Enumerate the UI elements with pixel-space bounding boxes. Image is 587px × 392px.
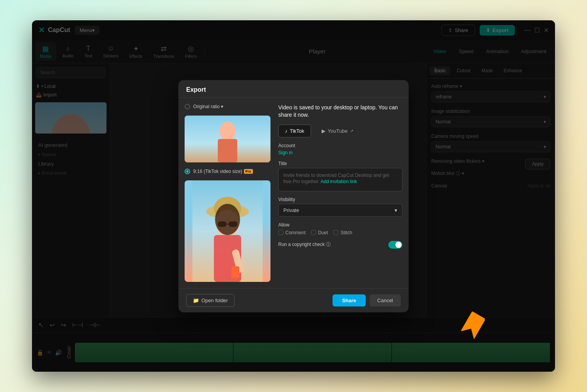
pro-badge: Pro: [244, 169, 253, 174]
checkbox-comment[interactable]: Comment: [278, 230, 306, 235]
cursor-svg: [461, 312, 485, 339]
saved-message: Video is saved to your desktop or laptop…: [278, 104, 402, 119]
copyright-row: Run a copyright check ⓘ: [278, 241, 402, 249]
svg-marker-17: [461, 312, 485, 339]
modal-body: Original ratio ▾: [178, 98, 409, 288]
add-invitation-link[interactable]: Add invitation link: [320, 179, 357, 184]
visibility-chevron-icon: ▾: [395, 207, 397, 213]
account-field-group: Account Sign in: [278, 143, 402, 155]
ratio-radio-original[interactable]: [185, 104, 190, 109]
modal-title: Export: [186, 86, 206, 93]
platform-tab-tiktok[interactable]: ♪ TikTok: [278, 125, 311, 137]
duet-checkbox[interactable]: [311, 230, 316, 235]
modal-left: Original ratio ▾: [185, 104, 270, 282]
copyright-label: Run a copyright check ⓘ: [278, 241, 331, 248]
svg-point-3: [220, 121, 235, 141]
tiktok-icon: ♪: [285, 128, 288, 134]
preview-landscape: [185, 116, 270, 162]
svg-rect-4: [218, 139, 237, 162]
platform-tab-youtube[interactable]: ▶ YouTube ↗: [315, 125, 360, 137]
stitch-checkbox[interactable]: [333, 230, 338, 235]
external-link-icon: ↗: [350, 129, 353, 133]
modal-header: Export: [178, 80, 409, 98]
allow-section: Allow Comment Duet: [278, 222, 402, 235]
modal-footer: 📁 Open folder Share Cancel: [178, 288, 409, 312]
ratio-radio-916[interactable]: [185, 169, 190, 174]
allow-checkboxes: Comment Duet Stitch: [278, 230, 402, 235]
open-folder-button[interactable]: 📁 Open folder: [186, 294, 235, 307]
app-window: ✕ CapCut Menu▾ ⇧ Share ⬆ Export — ☐ ✕ ▦ …: [32, 20, 555, 372]
preview-portrait: [185, 180, 270, 282]
ratio-label-916: 9:16 (TikTok video size) Pro: [193, 169, 253, 174]
svg-point-14: [215, 204, 240, 235]
comment-checkbox[interactable]: [278, 230, 283, 235]
title-label: Title: [278, 161, 402, 166]
modal-overlay: Export Original ratio ▾: [32, 20, 555, 372]
ratio-option-916[interactable]: 9:16 (TikTok video size) Pro: [185, 169, 270, 174]
title-textbox[interactable]: Invite friends to download CapCut Deskto…: [278, 168, 402, 191]
platform-tabs: ♪ TikTok ▶ YouTube ↗: [278, 125, 402, 137]
share-final-button[interactable]: Share: [333, 294, 365, 306]
visibility-label: Visibility: [278, 197, 402, 202]
checkbox-duet[interactable]: Duet: [311, 230, 328, 235]
title-field-group: Title Invite friends to download CapCut …: [278, 161, 402, 191]
visibility-select[interactable]: Private ▾: [278, 204, 402, 217]
checkbox-stitch[interactable]: Stitch: [333, 230, 352, 235]
export-modal: Export Original ratio ▾: [178, 80, 409, 312]
sign-in-link[interactable]: Sign in: [278, 150, 402, 155]
modal-right: Video is saved to your desktop or laptop…: [278, 104, 402, 282]
portrait-preview-svg: [185, 180, 270, 282]
ratio-option-original[interactable]: Original ratio ▾: [185, 104, 270, 109]
ratio-label-original: Original ratio ▾: [193, 104, 223, 109]
visibility-field-group: Visibility Private ▾: [278, 197, 402, 217]
cancel-button[interactable]: Cancel: [370, 294, 401, 306]
cursor-arrow: [461, 312, 485, 340]
svg-rect-16: [231, 266, 239, 278]
youtube-icon: ▶: [322, 128, 326, 134]
copyright-toggle[interactable]: [388, 241, 402, 249]
allow-label: Allow: [278, 222, 402, 228]
account-label: Account: [278, 143, 402, 148]
folder-icon: 📁: [193, 298, 199, 303]
landscape-preview-svg: [185, 116, 270, 162]
